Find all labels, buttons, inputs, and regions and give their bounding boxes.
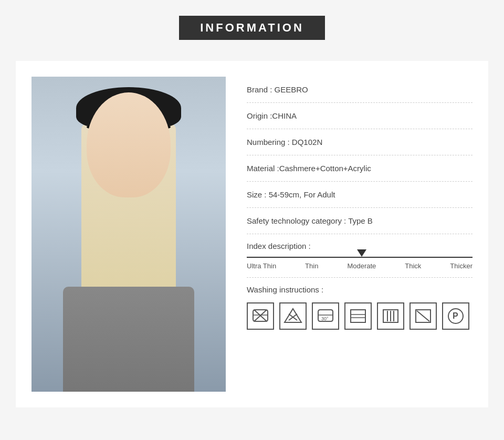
no-bleach-icon xyxy=(279,302,307,330)
no-wash-icon xyxy=(247,302,274,330)
info-section: Brand : GEEBRO Origin :CHINA Numbering :… xyxy=(247,77,472,392)
origin-row: Origin :CHINA xyxy=(247,103,472,129)
dry-clean-icon: P xyxy=(442,302,469,330)
page-wrapper: INFORMATION Brand : GEEBRO Origin :CHINA… xyxy=(0,0,504,439)
size-row: Size : 54-59cm, For Adult xyxy=(247,182,472,208)
label-moderate: Moderate xyxy=(347,262,376,270)
hang-dry-svg xyxy=(381,307,400,326)
thickness-arrow xyxy=(357,249,366,257)
material-row: Material :Cashmere+Cotton+Acrylic xyxy=(247,155,472,182)
header-section: INFORMATION xyxy=(0,0,504,50)
label-thin: Thin xyxy=(305,262,318,270)
label-ultra-thin: Ultra Thin xyxy=(247,262,276,270)
svg-text:P: P xyxy=(453,311,458,320)
body xyxy=(63,287,194,392)
washing-icons: 30° xyxy=(247,302,472,330)
svg-line-14 xyxy=(417,311,429,321)
brand-row: Brand : GEEBRO xyxy=(247,77,472,103)
wash-30-svg: 30° xyxy=(316,307,335,326)
no-bleach-svg xyxy=(284,307,302,326)
thickness-bar xyxy=(247,257,472,258)
no-tumble-svg xyxy=(349,307,368,326)
no-wash-svg xyxy=(251,307,270,326)
page-title: INFORMATION xyxy=(179,16,325,40)
label-thicker: Thicker xyxy=(450,262,472,270)
svg-marker-2 xyxy=(285,309,301,322)
thickness-line xyxy=(247,257,472,258)
index-section: Index description : Ultra Thin Thin Mode… xyxy=(247,234,472,278)
no-tumble-icon xyxy=(344,302,372,330)
hang-dry-icon xyxy=(377,302,404,330)
label-thick: Thick xyxy=(405,262,421,270)
iron-svg xyxy=(414,307,433,326)
svg-rect-6 xyxy=(351,310,365,322)
washing-section: Washing instructions : xyxy=(247,278,472,330)
thickness-labels: Ultra Thin Thin Moderate Thick Thicker xyxy=(247,262,472,277)
iron-icon xyxy=(410,302,437,330)
product-photo xyxy=(32,77,226,392)
head xyxy=(87,92,171,197)
safety-row: Safety technology category : Type B xyxy=(247,208,472,234)
dry-clean-svg: P xyxy=(446,307,465,326)
wash-30-icon: 30° xyxy=(312,302,339,330)
main-content: Brand : GEEBRO Origin :CHINA Numbering :… xyxy=(16,61,488,407)
product-image xyxy=(32,77,226,392)
numbering-row: Numbering : DQ102N xyxy=(247,129,472,155)
svg-text:30°: 30° xyxy=(321,316,329,321)
washing-label: Washing instructions : xyxy=(247,285,472,294)
